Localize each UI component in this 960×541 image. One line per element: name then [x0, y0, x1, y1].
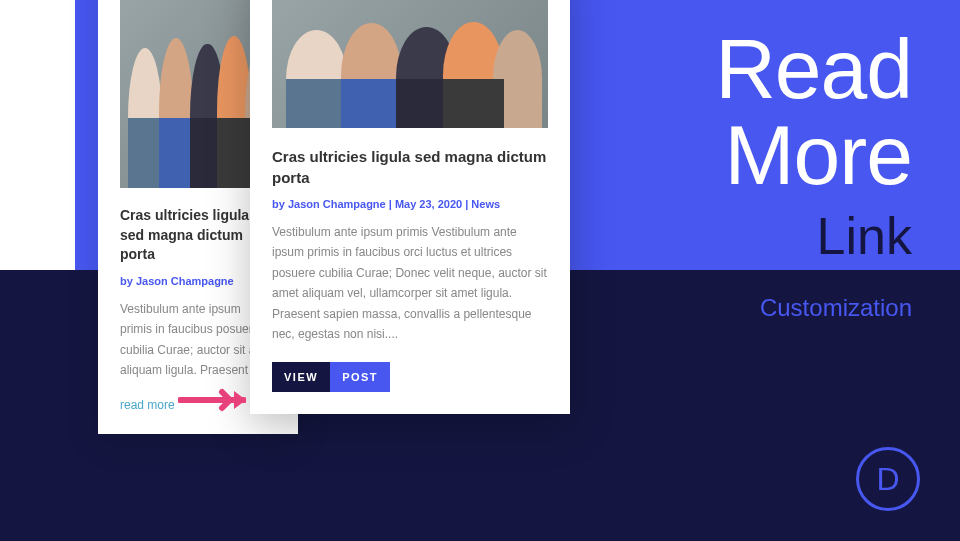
- blog-card-customized: Cras ultricies ligula sed magna dictum p…: [250, 0, 570, 414]
- headline-customization: Customization: [715, 294, 912, 322]
- background-left-white: [0, 0, 75, 270]
- headline-more: More: [715, 116, 912, 196]
- post-thumbnail: [272, 0, 548, 128]
- post-excerpt: Vestibulum ante ipsum primis Vestibulum …: [272, 222, 548, 344]
- button-label-post: POST: [330, 362, 390, 392]
- headline-link: Link: [715, 206, 912, 266]
- button-label-view: VIEW: [272, 362, 330, 392]
- svg-marker-0: [234, 391, 246, 409]
- post-meta[interactable]: by Jason Champagne | May 23, 2020 | News: [272, 198, 548, 210]
- headline-read: Read: [715, 30, 912, 110]
- logo-letter: D: [876, 461, 899, 498]
- people-photo-placeholder: [272, 0, 548, 128]
- headline-block: Read More Link Customization: [715, 30, 912, 322]
- post-title[interactable]: Cras ultricies ligula sed magna dictum p…: [272, 146, 548, 188]
- pointer-arrow-icon: [178, 388, 246, 416]
- divi-logo-icon: D: [856, 447, 920, 511]
- view-post-button[interactable]: VIEW POST: [272, 362, 390, 392]
